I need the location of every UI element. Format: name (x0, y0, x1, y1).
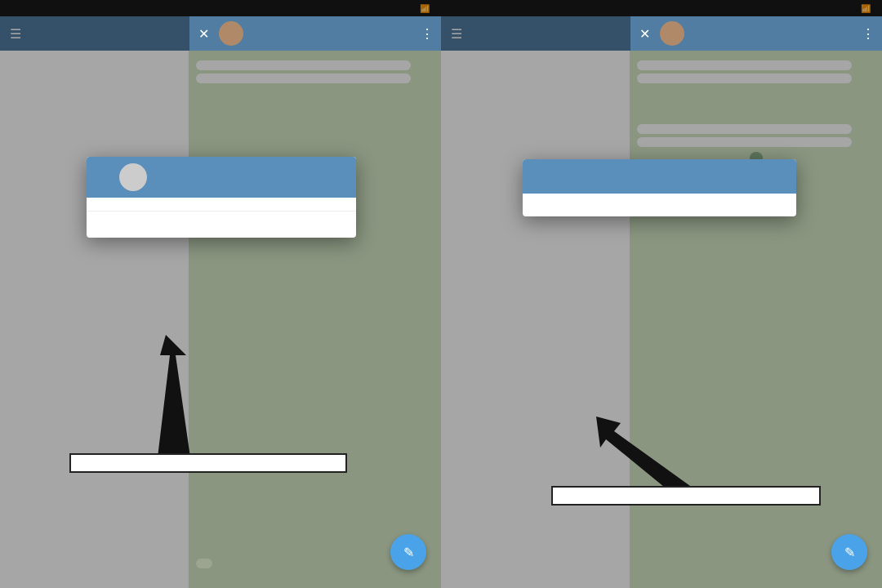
more-icon[interactable]: ⋮ (420, 26, 434, 41)
compose-fab[interactable]: ✎ (831, 534, 867, 570)
close-icon[interactable]: ✕ (637, 26, 652, 41)
arrow-annotation (145, 335, 211, 457)
close-icon[interactable]: ✕ (196, 26, 211, 41)
avatar (119, 163, 147, 191)
callout-1 (69, 453, 347, 473)
chat-header: ✕ ⋮ (189, 16, 441, 51)
more-icon[interactable] (332, 170, 346, 185)
back-icon[interactable] (96, 170, 111, 185)
avatar[interactable] (660, 21, 684, 46)
stickers-and-masks[interactable] (523, 194, 796, 216)
callout-2 (551, 486, 821, 506)
settings-dialog (87, 157, 356, 238)
more-icon[interactable]: ⋮ (861, 26, 875, 41)
chat-header: ✕ ⋮ (630, 16, 882, 51)
back-icon[interactable] (534, 169, 549, 184)
svg-marker-0 (158, 335, 190, 457)
compose-fab[interactable]: ✎ (390, 534, 426, 570)
scrim (0, 0, 441, 588)
chat-settings-dialog (523, 159, 796, 216)
avatar[interactable] (219, 21, 243, 46)
